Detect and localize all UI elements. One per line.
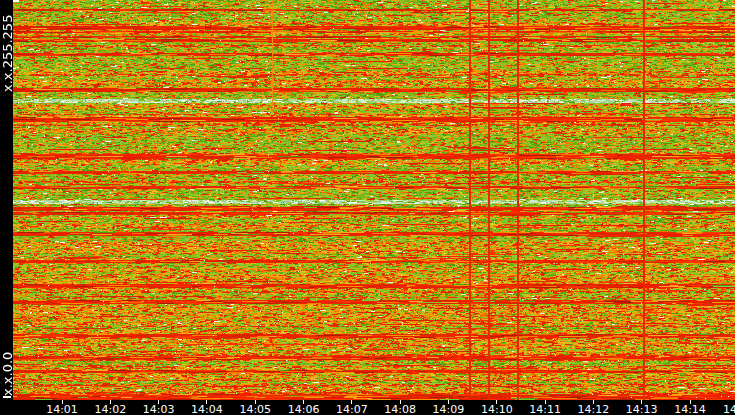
x-axis-tick-label: 14:02 — [94, 404, 126, 415]
x-axis-tick-label: 14:09 — [433, 404, 465, 415]
x-axis-tick-label: 14:05 — [239, 404, 271, 415]
x-axis-tick-label-partial: 14 — [723, 404, 735, 415]
y-axis-tick-top — [13, 0, 19, 2]
ip-activity-heatmap-window: x.x.255.255 x.x.0.0 14:0114:0214:0314:04… — [0, 0, 735, 415]
x-axis-tick-label: 14:13 — [626, 404, 658, 415]
y-axis-tick-bottom — [3, 396, 11, 398]
x-axis-tick-label: 14:07 — [336, 404, 368, 415]
x-axis-tick-label: 14:04 — [191, 404, 223, 415]
x-axis-tick-label: 14:10 — [481, 404, 513, 415]
x-axis-tick-label: 14:08 — [384, 404, 416, 415]
x-axis-tick-label: 14:12 — [578, 404, 610, 415]
x-axis-tick-label: 14:01 — [46, 404, 78, 415]
x-axis-tick-label: 14:11 — [529, 404, 561, 415]
y-axis-label-top: x.x.255.255 — [1, 15, 14, 92]
x-axis-tick-label: 14:06 — [288, 404, 320, 415]
heatmap-plot-area — [13, 0, 735, 400]
x-axis-tick-label: 14:03 — [143, 404, 175, 415]
y-axis-label-bottom: x.x.0.0 — [1, 352, 14, 396]
x-axis: 14:0114:0214:0314:0414:0514:0614:0714:08… — [0, 400, 735, 415]
x-axis-tick-label: 14:14 — [674, 404, 706, 415]
